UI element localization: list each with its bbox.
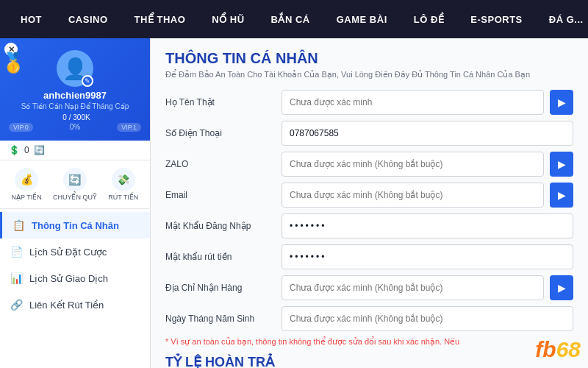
vip-left: VIP.0: [9, 123, 33, 132]
currency-icon: 💲: [9, 145, 20, 155]
nap-tien-icon: 💰: [15, 168, 38, 191]
main-layout: ✕ 🥇 👤 ✎ anhchien9987 Số Tiền Cần Nạp Để …: [0, 38, 588, 368]
label-mat-khau-rut-tien: Mật khẩu rút tiền: [165, 252, 276, 262]
input-ngay-sinh[interactable]: [282, 306, 573, 331]
field-ngay-sinh: Ngày Tháng Năm Sinh: [165, 306, 573, 331]
label-email: Email: [165, 190, 276, 200]
nav-ban-ca[interactable]: BẮN CÁ: [258, 0, 323, 38]
sidebar-item-lich-su-dat-cuoc[interactable]: 📄 Lịch Sử Đặt Cược: [0, 238, 150, 265]
sidebar: ✕ 🥇 👤 ✎ anhchien9987 Số Tiền Cần Nạp Để …: [0, 38, 151, 368]
field-so-dien-thoai: Số Điện Thoại: [165, 121, 573, 146]
refresh-icon[interactable]: 🔄: [34, 145, 45, 155]
nap-tien-label: NẠP TIỀN: [12, 194, 42, 201]
username-label: anhchien9987: [43, 90, 107, 101]
sidebar-item-lich-su-giao-dich[interactable]: 📊 Lịch Sử Giao Dịch: [0, 265, 150, 291]
chuyen-quy-icon: 🔄: [63, 168, 87, 191]
input-mat-khau-rut-tien[interactable]: [282, 244, 573, 269]
giao-dich-icon: 📊: [10, 272, 24, 284]
nav-lo-de[interactable]: LÔ ĐỀ: [401, 0, 458, 38]
chuyen-quy-label: CHUYỂN QUỸ: [53, 194, 97, 201]
btn-email[interactable]: ▶: [550, 183, 573, 208]
content-area: THÔNG TIN CÁ NHÂN Để Đảm Bảo An Toàn Cho…: [151, 38, 588, 368]
input-mat-khau-dang-nhap[interactable]: [282, 213, 573, 238]
vip-percent: 0%: [70, 123, 80, 132]
balance-amount: 0: [24, 145, 29, 155]
thong-tin-label: Thông Tin Cá Nhân: [32, 220, 119, 231]
progress-text: 0 / 300K: [62, 113, 90, 121]
top-navigation: HOT CASINO THỂ THAO NỔ HŨ BẮN CÁ GAME BÀ…: [0, 0, 588, 38]
sidebar-balance: 💲 0 🔄: [0, 141, 150, 160]
lien-ket-icon: 🔗: [10, 299, 24, 311]
logo-watermark: fb68: [535, 337, 581, 362]
field-dia-chi: Địa Chỉ Nhận Hàng ▶: [165, 275, 573, 300]
field-email: Email ▶: [165, 183, 573, 208]
logo-68: 68: [556, 337, 581, 361]
edit-avatar-button[interactable]: ✎: [82, 75, 93, 87]
input-ho-ten[interactable]: [282, 90, 544, 115]
coin-decoration: 🥇: [1, 52, 25, 74]
action-chuyen-quy[interactable]: 🔄 CHUYỂN QUỸ: [53, 168, 97, 201]
nav-the-thao[interactable]: THỂ THAO: [121, 0, 199, 38]
btn-zalo[interactable]: ▶: [550, 152, 573, 177]
nav-no-hu[interactable]: NỔ HŨ: [198, 0, 257, 38]
ty-le-hoan-tra-title: TỶ LỆ HOÀN TRẢ: [165, 354, 573, 368]
nav-hot[interactable]: HOT: [7, 0, 55, 38]
input-email[interactable]: [282, 183, 544, 208]
warning-text: * Vì sự an toàn của bạn, thông tin không…: [165, 337, 573, 347]
label-ho-ten: Họ Tên Thật: [165, 97, 276, 107]
user-avatar-area: 👤 ✎ anhchien9987 Số Tiền Cần Nạp Để Thán…: [9, 47, 141, 132]
sidebar-actions: 💰 NẠP TIỀN 🔄 CHUYỂN QUỸ 💸 RÚT TIỀN: [0, 160, 150, 209]
field-mat-khau-dang-nhap: Mật Khẩu Đăng Nhập: [165, 213, 573, 238]
nav-game-bai[interactable]: GAME BÀI: [323, 0, 401, 38]
nav-da-ga[interactable]: ĐÁ G...: [536, 0, 588, 38]
avatar: 👤 ✎: [57, 50, 93, 87]
logo-fb: fb: [535, 337, 556, 361]
rut-tien-icon: 💸: [112, 168, 135, 191]
nav-esports[interactable]: E-SPORTS: [457, 0, 535, 38]
progress-bar-area: 0 / 300K: [60, 113, 90, 121]
action-rut-tien[interactable]: 💸 RÚT TIỀN: [108, 168, 138, 201]
user-card: ✕ 🥇 👤 ✎ anhchien9987 Số Tiền Cần Nạp Để …: [0, 38, 150, 141]
input-zalo[interactable]: [282, 152, 544, 177]
input-so-dien-thoai[interactable]: [282, 121, 573, 146]
sidebar-item-lien-ket[interactable]: 🔗 Liên Kết Rút Tiền: [0, 291, 150, 318]
input-dia-chi[interactable]: [282, 275, 544, 300]
lien-ket-label: Liên Kết Rút Tiền: [29, 300, 104, 311]
dat-cuoc-label: Lịch Sử Đặt Cược: [29, 247, 107, 258]
vip-right: VIP.1: [117, 123, 141, 132]
nav-casino[interactable]: CASINO: [55, 0, 121, 38]
nap-tien-hint: Số Tiền Cần Nạp Để Tháng Cấp: [21, 102, 129, 110]
btn-dia-chi[interactable]: ▶: [550, 275, 573, 300]
page-subtitle: Để Đảm Bảo An Toàn Cho Tài Khoản Của Bạn…: [165, 70, 573, 79]
label-ngay-sinh: Ngày Tháng Năm Sinh: [165, 314, 276, 324]
action-nap-tien[interactable]: 💰 NẠP TIỀN: [12, 168, 42, 201]
label-so-dien-thoai: Số Điện Thoại: [165, 128, 276, 138]
sidebar-menu: 📋 Thông Tin Cá Nhân 📄 Lịch Sử Đặt Cược 📊…: [0, 209, 150, 321]
label-dia-chi: Địa Chỉ Nhận Hàng: [165, 283, 276, 293]
thong-tin-icon: 📋: [12, 219, 26, 231]
sidebar-item-thong-tin[interactable]: 📋 Thông Tin Cá Nhân: [0, 212, 150, 238]
field-mat-khau-rut-tien: Mật khẩu rút tiền: [165, 244, 573, 269]
dat-cuoc-icon: 📄: [10, 246, 24, 258]
label-mat-khau-dang-nhap: Mật Khẩu Đăng Nhập: [165, 221, 276, 231]
giao-dich-label: Lịch Sử Giao Dịch: [29, 273, 108, 284]
vip-labels: VIP.0 0% VIP.1: [9, 123, 141, 132]
field-zalo: ZALO ▶: [165, 152, 573, 177]
rut-tien-label: RÚT TIỀN: [108, 194, 138, 201]
btn-ho-ten[interactable]: ▶: [550, 90, 573, 115]
page-title: THÔNG TIN CÁ NHÂN: [165, 50, 573, 67]
label-zalo: ZALO: [165, 159, 276, 169]
field-ho-ten: Họ Tên Thật ▶: [165, 90, 573, 115]
